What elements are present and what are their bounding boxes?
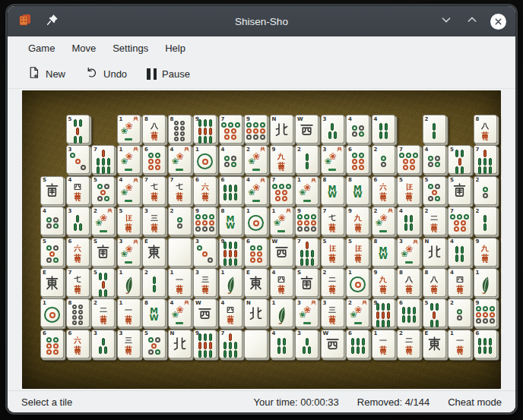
tile-b7[interactable]: 7 (219, 330, 242, 358)
tile-b1[interactable]: 1 (270, 298, 293, 327)
tile-m5[interactable]: 5 (397, 176, 420, 205)
tile-b5[interactable]: 5 (66, 115, 90, 144)
pause-button[interactable]: Pause (147, 68, 190, 80)
tile-b2[interactable]: 2 (423, 115, 446, 144)
tile-b8[interactable]: 8MW (372, 238, 395, 267)
tile-c3[interactable]: 3 (66, 145, 90, 174)
pin-keep-above-button[interactable] (44, 13, 61, 30)
tile-c9[interactable]: 9 (244, 115, 268, 144)
tile-c6[interactable]: 6 (40, 330, 64, 358)
tile-wS[interactable]: S (91, 238, 115, 267)
tile-b1[interactable]: 1 (474, 268, 497, 297)
tile-m9[interactable]: 9 (346, 207, 369, 235)
app-menu-button[interactable] (17, 13, 33, 30)
tile-b5[interactable]: 5 (448, 145, 471, 174)
tile-b2[interactable]: 2 (295, 145, 319, 174)
tile-m7[interactable]: 7 (321, 207, 344, 235)
tile-m4[interactable]: 4 (448, 268, 471, 297)
tile-c9[interactable]: 9 (295, 207, 319, 235)
tile-b4[interactable]: 4 (397, 207, 420, 235)
tile-c7[interactable]: 7 (397, 145, 420, 174)
tile-m8[interactable]: 8 (474, 115, 497, 144)
tile-m2[interactable]: 2 (423, 207, 446, 235)
tile-c4[interactable]: 4 (40, 207, 64, 235)
tile-b4[interactable]: 4 (270, 330, 293, 358)
tile-b6[interactable]: 6 (219, 176, 242, 205)
tile-c1[interactable]: 1 (346, 268, 369, 297)
tile-b4[interactable]: 4 (448, 238, 471, 267)
tile-b1[interactable]: 1 (117, 268, 141, 297)
tile-b9[interactable]: 9 (193, 115, 217, 144)
tile-c1[interactable]: 1 (193, 145, 217, 174)
tile-f1[interactable]: 1❀❀ (117, 145, 141, 174)
tile-b8[interactable]: 8MW (142, 298, 166, 327)
tile-f1[interactable]: 1❀❀ (295, 176, 319, 205)
tile-wN[interactable]: N (270, 115, 293, 144)
tile-m3[interactable]: 3 (321, 298, 344, 327)
tile-wE[interactable]: E (423, 330, 446, 358)
tile-c1[interactable]: 1 (244, 207, 268, 235)
tile-f2[interactable]: 2❀❀ (346, 298, 369, 327)
tile-c8[interactable]: 8 (168, 115, 192, 144)
tile-c2[interactable]: 2 (168, 207, 192, 235)
tile-wE[interactable]: E (40, 268, 64, 297)
tile-m5[interactable]: 5 (117, 207, 141, 235)
tile-m6[interactable]: 6 (372, 176, 395, 205)
tile-m8[interactable]: 8 (423, 268, 446, 297)
tile-b3[interactable]: 3 (321, 115, 344, 144)
tile-c4[interactable]: 4 (423, 145, 446, 174)
tile-b9[interactable]: 9 (219, 238, 242, 267)
tile-m9[interactable]: 9 (474, 238, 497, 267)
tile-b7[interactable]: 7 (474, 145, 497, 174)
tile-c1[interactable]: 1 (40, 298, 64, 327)
tile-m1[interactable]: 1 (117, 298, 141, 327)
tile-m2[interactable]: 2 (397, 330, 420, 358)
tile-c6[interactable]: 6 (142, 145, 166, 174)
tile-m7[interactable]: 7 (168, 176, 192, 205)
tile-c9[interactable]: 9 (474, 298, 497, 327)
tile-wS[interactable]: S (295, 268, 319, 297)
tile-c5[interactable]: 5 (142, 330, 166, 358)
tile-dW[interactable] (244, 330, 268, 358)
tile-b7[interactable]: 7 (295, 238, 319, 267)
tile-m2[interactable]: 2 (321, 268, 344, 297)
tile-f2[interactable]: 2❀❀ (372, 207, 395, 235)
tile-b6[interactable]: 6 (397, 298, 420, 327)
tile-c2[interactable]: 2 (372, 145, 395, 174)
tile-b8[interactable]: 8MW (346, 176, 369, 205)
tile-f3[interactable]: 3❀❀ (321, 145, 344, 174)
tile-c5[interactable]: 5 (91, 176, 115, 205)
tile-dW[interactable] (168, 238, 192, 267)
tile-b9[interactable]: 9 (193, 330, 217, 358)
tile-m3[interactable]: 3 (142, 207, 166, 235)
tile-c6[interactable]: 6 (346, 145, 369, 174)
tile-m3[interactable]: 3 (117, 330, 141, 358)
tile-m5[interactable]: 5 (346, 238, 369, 267)
tile-m1[interactable]: 1 (168, 268, 192, 297)
tile-wN[interactable]: N (423, 238, 446, 267)
titlebar[interactable]: Shisen-Sho (8, 6, 515, 36)
tile-b7[interactable]: 7 (91, 145, 115, 174)
tile-m6[interactable]: 6 (66, 238, 90, 267)
tile-c8[interactable]: 8 (66, 298, 90, 327)
tile-b1[interactable]: 1 (219, 268, 242, 297)
tile-c6[interactable]: 6 (244, 238, 268, 267)
tile-b6[interactable]: 6 (474, 330, 497, 358)
tile-c5[interactable]: 5 (40, 238, 64, 267)
tile-m4[interactable]: 4 (219, 298, 242, 327)
tile-m1[interactable]: 1 (448, 330, 471, 358)
tile-m7[interactable]: 7 (66, 268, 90, 297)
tile-f4[interactable]: 4❀❀ (117, 176, 141, 205)
tile-m2[interactable]: 2 (91, 298, 115, 327)
menu-move[interactable]: Move (63, 39, 104, 57)
tile-wS[interactable]: S (40, 176, 64, 205)
tile-m6[interactable]: 6 (66, 330, 90, 358)
tile-c3[interactable]: 3 (193, 238, 217, 267)
tile-f4[interactable]: 4❀❀ (168, 298, 192, 327)
tile-b6[interactable]: 6 (346, 330, 369, 358)
tile-b2[interactable]: 2 (474, 207, 497, 235)
tile-wE[interactable]: E (142, 238, 166, 267)
tile-c7[interactable]: 7 (219, 115, 242, 144)
tile-m7[interactable]: 7 (142, 176, 166, 205)
tile-f3[interactable]: 3❀❀ (397, 238, 420, 267)
